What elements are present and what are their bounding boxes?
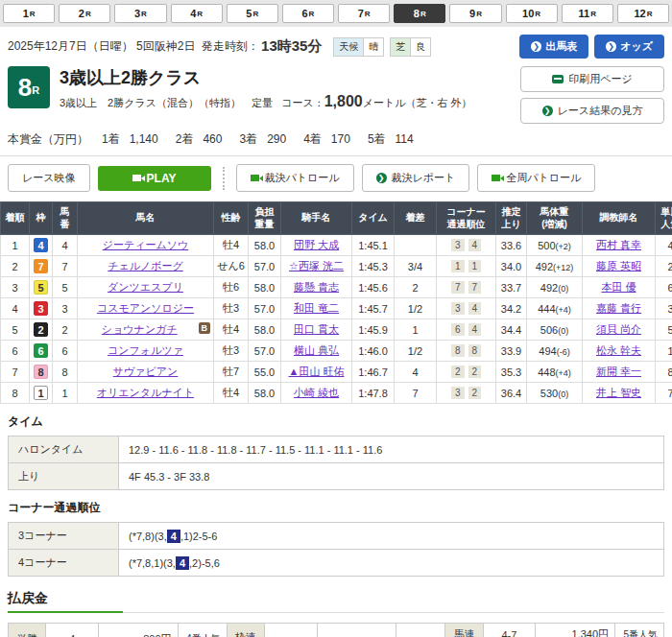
race-number: 7 bbox=[358, 8, 364, 19]
race-tab-6r[interactable]: 6R bbox=[282, 4, 334, 23]
horse-weight-cell: 492(0) bbox=[527, 277, 583, 298]
finish-position: 6 bbox=[1, 341, 30, 362]
corner-position-box: 3 bbox=[451, 387, 465, 399]
prize-money-row: 本賞金（万円） 1着1,1402着4603着2904着1705着114 bbox=[0, 124, 672, 156]
horse-number: 5 bbox=[53, 277, 78, 298]
bet-type-label: 馬連 bbox=[445, 624, 483, 637]
print-page-button[interactable]: 印刷用ページ bbox=[520, 66, 664, 92]
horse-name-link[interactable]: コンフォルツァ bbox=[108, 344, 183, 356]
play-button[interactable]: PLAY bbox=[98, 166, 211, 191]
horse-number: 8 bbox=[53, 362, 78, 383]
margin: 4 bbox=[395, 362, 437, 383]
finish-time: 1:45.7 bbox=[352, 298, 395, 319]
all-round-patrol-button[interactable]: 全周パトロール bbox=[477, 164, 595, 192]
payout-row-枠連: 枠連 bbox=[227, 624, 445, 637]
jockey-name-link[interactable]: 団野 大成 bbox=[294, 239, 339, 250]
trainer-name-link[interactable]: 嘉藤 貴行 bbox=[596, 302, 641, 314]
race-tab-12r[interactable]: 12R bbox=[617, 4, 669, 23]
race-tab-10r[interactable]: 10R bbox=[506, 4, 558, 23]
win-popularity: 8 bbox=[656, 362, 672, 383]
jockey-name-link[interactable]: ▲田山 旺佑 bbox=[289, 366, 345, 377]
corner-position-box: 2 bbox=[468, 387, 482, 399]
horse-name-link[interactable]: ショウナンガチ bbox=[102, 323, 178, 335]
race-tab-5r[interactable]: 5R bbox=[227, 4, 278, 23]
jockey-cell: ▲田山 旺佑 bbox=[281, 362, 352, 383]
arrow-circle-icon: ❯ bbox=[606, 41, 616, 52]
horse-name-link[interactable]: チェルノボーグ bbox=[108, 260, 183, 271]
arrow-circle-icon: ❯ bbox=[376, 173, 387, 183]
payout-combination bbox=[264, 624, 317, 637]
race-tab-4r[interactable]: 4R bbox=[171, 4, 223, 23]
frame-cell: 7 bbox=[30, 256, 53, 277]
stewards-report-button[interactable]: ❯裁決レポート bbox=[362, 164, 470, 192]
corner-position-box: 7 bbox=[468, 281, 482, 294]
margin: 1 bbox=[395, 319, 437, 341]
race-suffix: R bbox=[85, 10, 91, 18]
race-tab-1r[interactable]: 1R bbox=[3, 4, 55, 23]
race-tab-2r[interactable]: 2R bbox=[59, 4, 110, 23]
race-number: 4 bbox=[190, 8, 196, 19]
stewards-patrol-button[interactable]: 裁決パトロール bbox=[236, 164, 354, 192]
payout-amount bbox=[317, 624, 396, 637]
horse-name-link[interactable]: ダンツエスプリ bbox=[108, 281, 183, 293]
race-tab-9r[interactable]: 9R bbox=[449, 4, 501, 23]
arrow-circle-icon: ❯ bbox=[531, 41, 541, 52]
trainer-cell: 本田 優 bbox=[583, 277, 656, 298]
finish-position: 5 bbox=[1, 319, 30, 341]
finish-time: 1:45.9 bbox=[352, 319, 395, 341]
trainer-name-link[interactable]: 藤原 英昭 bbox=[596, 260, 641, 271]
jockey-name-link[interactable]: 和田 竜二 bbox=[294, 302, 339, 314]
trainer-name-link[interactable]: 井上 智史 bbox=[596, 387, 641, 398]
jockey-name-link[interactable]: ☆西塚 洸二 bbox=[289, 260, 344, 271]
horse-name-link[interactable]: コスモアンソロジー bbox=[97, 302, 194, 314]
race-number: 6 bbox=[301, 8, 307, 19]
horse-name-link[interactable]: サヴァビアン bbox=[113, 366, 179, 377]
trainer-name-link[interactable]: 新開 幸一 bbox=[596, 366, 641, 377]
sex-age: せん6 bbox=[214, 256, 249, 277]
horse-name-cell: コスモアンソロジー bbox=[78, 298, 214, 319]
bet-type-label: 枠連 bbox=[227, 624, 264, 637]
carried-weight: 57.0 bbox=[249, 256, 281, 277]
corner3-label: 3コーナー bbox=[9, 523, 119, 550]
jockey-name-link[interactable]: 小崎 綾也 bbox=[294, 387, 339, 398]
horse-name-link[interactable]: ジーティームソウ bbox=[103, 239, 189, 250]
trainer-name-link[interactable]: 西村 真幸 bbox=[596, 239, 641, 250]
race-tab-7r[interactable]: 7R bbox=[338, 4, 390, 23]
sex-age: 牡4 bbox=[214, 383, 249, 404]
jockey-cell: 団野 大成 bbox=[281, 235, 352, 256]
race-suffix: R bbox=[590, 10, 596, 18]
result-guide-button[interactable]: ❯レース結果の見方 bbox=[520, 98, 664, 124]
frame-number-badge: 5 bbox=[34, 280, 48, 295]
jockey-name-link[interactable]: 田口 貫太 bbox=[294, 323, 339, 335]
horse-weight: 494 bbox=[539, 345, 556, 357]
race-tab-11r[interactable]: 11R bbox=[562, 4, 613, 23]
race-result-page: 1R2R3R4R5R6R7R8R9R10R11R12R 2025年12月7日（日… bbox=[0, 0, 672, 637]
jockey-name-link[interactable]: 藤懸 貴志 bbox=[294, 281, 339, 293]
printer-icon bbox=[552, 75, 564, 83]
entry-table-button[interactable]: ❯出馬表 bbox=[519, 35, 588, 59]
trainer-name-link[interactable]: 須貝 尚介 bbox=[596, 323, 641, 335]
horse-number: 1 bbox=[53, 383, 78, 404]
trainer-cell: 井上 智史 bbox=[583, 383, 656, 404]
horse-name-link[interactable]: オリエンタルナイト bbox=[97, 387, 194, 398]
race-tab-3r[interactable]: 3R bbox=[114, 4, 166, 23]
win-popularity: 5 bbox=[656, 319, 672, 341]
corner-table: 3コーナー (*7,8)(3,4,1)2-5-6 4コーナー (*7,8,1)(… bbox=[8, 522, 664, 577]
prize-amount: 290 bbox=[267, 132, 286, 146]
trainer-cell: 西村 真幸 bbox=[583, 235, 656, 256]
corner-positions: 34 bbox=[437, 235, 496, 256]
horse-weight-diff: (0) bbox=[558, 389, 568, 399]
odds-button[interactable]: ❯オッズ bbox=[594, 35, 664, 59]
horse-weight-diff: (0) bbox=[558, 284, 568, 294]
last-furlongs-value: 4F 45.3 - 3F 33.8 bbox=[119, 463, 664, 490]
jockey-cell: 和田 竜二 bbox=[281, 298, 352, 319]
winner-number-highlight: 4 bbox=[167, 530, 180, 543]
column-header: 馬体重 (増減) bbox=[527, 202, 583, 235]
sex-age: 牡6 bbox=[214, 277, 249, 298]
estimated-last3f: 34.4 bbox=[496, 319, 527, 341]
jockey-name-link[interactable]: 横山 典弘 bbox=[294, 344, 339, 356]
trainer-name-link[interactable]: 本田 優 bbox=[601, 281, 636, 293]
corner3-row: 3コーナー (*7,8)(3,4,1)2-5-6 bbox=[9, 523, 664, 550]
race-tab-8r[interactable]: 8R bbox=[394, 4, 445, 23]
trainer-name-link[interactable]: 松永 幹夫 bbox=[596, 344, 641, 356]
